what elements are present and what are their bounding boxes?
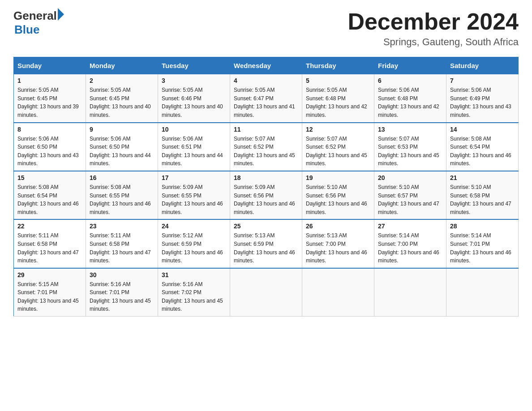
table-row: 18 Sunrise: 5:09 AMSunset: 6:56 PMDaylig… <box>230 171 302 219</box>
table-row: 14 Sunrise: 5:08 AMSunset: 6:54 PMDaylig… <box>446 123 519 171</box>
table-row: 24 Sunrise: 5:12 AMSunset: 6:59 PMDaylig… <box>158 219 230 268</box>
day-number: 25 <box>234 223 298 230</box>
day-number: 3 <box>162 77 226 84</box>
day-info: Sunrise: 5:09 AMSunset: 6:56 PMDaylight:… <box>234 183 298 216</box>
day-info: Sunrise: 5:06 AMSunset: 6:48 PMDaylight:… <box>378 86 442 119</box>
col-sunday: Sunday <box>14 57 86 74</box>
day-number: 22 <box>17 223 82 230</box>
table-row: 16 Sunrise: 5:08 AMSunset: 6:55 PMDaylig… <box>86 171 158 219</box>
table-row <box>374 268 446 317</box>
table-row: 4 Sunrise: 5:05 AMSunset: 6:47 PMDayligh… <box>230 74 302 123</box>
day-number: 7 <box>450 77 515 84</box>
day-number: 4 <box>234 77 298 84</box>
col-wednesday: Wednesday <box>230 57 302 74</box>
day-number: 16 <box>90 174 154 181</box>
day-number: 1 <box>17 77 82 84</box>
day-number: 30 <box>90 271 154 278</box>
day-number: 29 <box>17 271 82 278</box>
calendar-week-row: 22 Sunrise: 5:11 AMSunset: 6:58 PMDaylig… <box>14 219 519 268</box>
table-row <box>302 268 374 317</box>
day-number: 5 <box>306 77 370 84</box>
table-row: 3 Sunrise: 5:05 AMSunset: 6:46 PMDayligh… <box>158 74 230 123</box>
col-monday: Monday <box>86 57 158 74</box>
col-thursday: Thursday <box>302 57 374 74</box>
day-number: 6 <box>378 77 442 84</box>
day-number: 10 <box>162 126 226 133</box>
day-info: Sunrise: 5:10 AMSunset: 6:56 PMDaylight:… <box>306 183 370 216</box>
table-row: 9 Sunrise: 5:06 AMSunset: 6:50 PMDayligh… <box>86 123 158 171</box>
table-row: 10 Sunrise: 5:06 AMSunset: 6:51 PMDaylig… <box>158 123 230 171</box>
logo: General Blue <box>13 9 64 37</box>
logo-blue: Blue <box>14 23 64 37</box>
logo-arrow-icon <box>58 8 64 21</box>
day-info: Sunrise: 5:05 AMSunset: 6:46 PMDaylight:… <box>162 86 226 119</box>
table-row: 8 Sunrise: 5:06 AMSunset: 6:50 PMDayligh… <box>14 123 86 171</box>
header-row: Sunday Monday Tuesday Wednesday Thursday… <box>14 57 519 74</box>
table-row: 25 Sunrise: 5:13 AMSunset: 6:59 PMDaylig… <box>230 219 302 268</box>
day-info: Sunrise: 5:13 AMSunset: 6:59 PMDaylight:… <box>234 231 298 265</box>
day-number: 17 <box>162 174 226 181</box>
table-row: 29 Sunrise: 5:15 AMSunset: 7:01 PMDaylig… <box>14 268 86 317</box>
day-info: Sunrise: 5:05 AMSunset: 6:47 PMDaylight:… <box>234 86 298 119</box>
table-row: 2 Sunrise: 5:05 AMSunset: 6:45 PMDayligh… <box>86 74 158 123</box>
table-row: 7 Sunrise: 5:06 AMSunset: 6:49 PMDayligh… <box>446 74 519 123</box>
day-number: 21 <box>450 174 515 181</box>
day-number: 19 <box>306 174 370 181</box>
location: Springs, Gauteng, South Africa <box>348 36 519 48</box>
col-saturday: Saturday <box>446 57 519 74</box>
table-row: 5 Sunrise: 5:05 AMSunset: 6:48 PMDayligh… <box>302 74 374 123</box>
day-number: 18 <box>234 174 298 181</box>
table-row: 15 Sunrise: 5:08 AMSunset: 6:54 PMDaylig… <box>14 171 86 219</box>
logo-general: General <box>13 9 57 23</box>
table-row: 27 Sunrise: 5:14 AMSunset: 7:00 PMDaylig… <box>374 219 446 268</box>
title-block: December 2024 Springs, Gauteng, South Af… <box>348 9 519 48</box>
day-number: 11 <box>234 126 298 133</box>
day-number: 27 <box>378 223 442 230</box>
day-info: Sunrise: 5:14 AMSunset: 7:00 PMDaylight:… <box>378 231 442 265</box>
calendar-week-row: 15 Sunrise: 5:08 AMSunset: 6:54 PMDaylig… <box>14 171 519 219</box>
day-number: 23 <box>90 223 154 230</box>
day-number: 28 <box>450 223 515 230</box>
calendar-week-row: 1 Sunrise: 5:05 AMSunset: 6:45 PMDayligh… <box>14 74 519 123</box>
table-row: 12 Sunrise: 5:07 AMSunset: 6:52 PMDaylig… <box>302 123 374 171</box>
day-info: Sunrise: 5:06 AMSunset: 6:49 PMDaylight:… <box>450 86 515 119</box>
table-row: 1 Sunrise: 5:05 AMSunset: 6:45 PMDayligh… <box>14 74 86 123</box>
day-info: Sunrise: 5:15 AMSunset: 7:01 PMDaylight:… <box>17 280 82 313</box>
table-row: 28 Sunrise: 5:14 AMSunset: 7:01 PMDaylig… <box>446 219 519 268</box>
day-info: Sunrise: 5:06 AMSunset: 6:51 PMDaylight:… <box>162 135 226 168</box>
day-number: 31 <box>162 271 226 278</box>
table-row: 23 Sunrise: 5:11 AMSunset: 6:58 PMDaylig… <box>86 219 158 268</box>
day-number: 26 <box>306 223 370 230</box>
day-info: Sunrise: 5:12 AMSunset: 6:59 PMDaylight:… <box>162 231 226 265</box>
day-number: 8 <box>17 126 82 133</box>
day-info: Sunrise: 5:05 AMSunset: 6:45 PMDaylight:… <box>17 86 82 119</box>
day-info: Sunrise: 5:06 AMSunset: 6:50 PMDaylight:… <box>90 135 154 168</box>
table-row: 19 Sunrise: 5:10 AMSunset: 6:56 PMDaylig… <box>302 171 374 219</box>
month-title: December 2024 <box>348 9 519 34</box>
table-row: 26 Sunrise: 5:13 AMSunset: 7:00 PMDaylig… <box>302 219 374 268</box>
day-info: Sunrise: 5:07 AMSunset: 6:53 PMDaylight:… <box>378 135 442 168</box>
table-row: 21 Sunrise: 5:10 AMSunset: 6:58 PMDaylig… <box>446 171 519 219</box>
day-number: 14 <box>450 126 515 133</box>
day-info: Sunrise: 5:08 AMSunset: 6:55 PMDaylight:… <box>90 183 154 216</box>
day-info: Sunrise: 5:14 AMSunset: 7:01 PMDaylight:… <box>450 231 515 265</box>
table-row: 22 Sunrise: 5:11 AMSunset: 6:58 PMDaylig… <box>14 219 86 268</box>
day-info: Sunrise: 5:16 AMSunset: 7:01 PMDaylight:… <box>90 280 154 313</box>
day-info: Sunrise: 5:07 AMSunset: 6:52 PMDaylight:… <box>306 135 370 168</box>
col-tuesday: Tuesday <box>158 57 230 74</box>
calendar-table: Sunday Monday Tuesday Wednesday Thursday… <box>13 57 519 317</box>
day-info: Sunrise: 5:08 AMSunset: 6:54 PMDaylight:… <box>450 135 515 168</box>
table-row: 11 Sunrise: 5:07 AMSunset: 6:52 PMDaylig… <box>230 123 302 171</box>
day-info: Sunrise: 5:09 AMSunset: 6:55 PMDaylight:… <box>162 183 226 216</box>
table-row: 13 Sunrise: 5:07 AMSunset: 6:53 PMDaylig… <box>374 123 446 171</box>
table-row: 31 Sunrise: 5:16 AMSunset: 7:02 PMDaylig… <box>158 268 230 317</box>
table-row <box>446 268 519 317</box>
calendar-week-row: 29 Sunrise: 5:15 AMSunset: 7:01 PMDaylig… <box>14 268 519 317</box>
day-number: 12 <box>306 126 370 133</box>
day-info: Sunrise: 5:11 AMSunset: 6:58 PMDaylight:… <box>17 231 82 265</box>
table-row <box>230 268 302 317</box>
day-number: 9 <box>90 126 154 133</box>
day-info: Sunrise: 5:08 AMSunset: 6:54 PMDaylight:… <box>17 183 82 216</box>
day-info: Sunrise: 5:13 AMSunset: 7:00 PMDaylight:… <box>306 231 370 265</box>
table-row: 20 Sunrise: 5:10 AMSunset: 6:57 PMDaylig… <box>374 171 446 219</box>
